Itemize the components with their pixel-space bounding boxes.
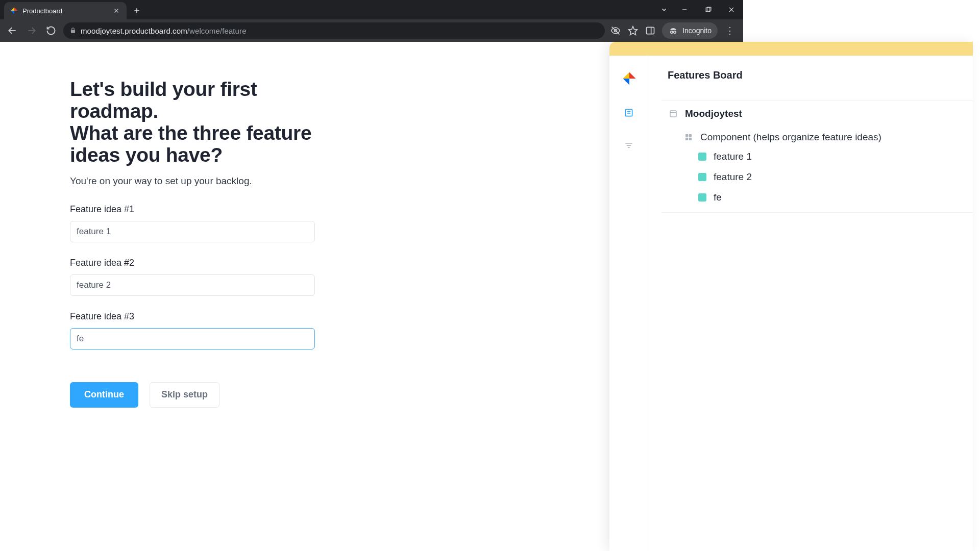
url-path: /welcome/feature — [187, 27, 247, 35]
feature-list: feature 1 feature 2 fe — [662, 148, 743, 212]
lock-icon — [69, 27, 77, 34]
feature-name: fe — [714, 192, 722, 203]
board-icon[interactable] — [624, 108, 635, 119]
feature-chip-icon — [698, 153, 706, 161]
project-name: Moodjoytest — [685, 108, 742, 119]
preview-main: Features Board Moodjoytest Component (he… — [649, 56, 743, 416]
side-panel-icon[interactable] — [645, 25, 656, 36]
svg-rect-18 — [647, 27, 654, 34]
reload-button[interactable] — [44, 23, 58, 38]
label-feature-2: Feature idea #2 — [70, 258, 324, 268]
svg-rect-34 — [685, 134, 688, 137]
svg-marker-0 — [11, 7, 14, 11]
window-maximize-button[interactable] — [696, 2, 720, 18]
preview-body: Features Board Moodjoytest Component (he… — [609, 56, 743, 416]
productboard-favicon-icon — [10, 7, 18, 15]
feature-chip-icon — [698, 193, 706, 202]
input-feature-1[interactable] — [70, 221, 315, 242]
close-tab-icon[interactable] — [112, 7, 120, 15]
address-bar[interactable]: moodjoytest.productboard.com/welcome/fea… — [63, 22, 605, 39]
feature-name: feature 2 — [714, 171, 743, 183]
field-feature-3: Feature idea #3 — [70, 311, 324, 349]
page-heading: Let's build your first roadmap. What are… — [70, 79, 324, 166]
feature-chip-icon — [698, 173, 706, 181]
tab-title: Productboard — [22, 7, 108, 15]
component-row[interactable]: Component (helps organize feature ideas) — [662, 127, 743, 148]
field-feature-2: Feature idea #2 — [70, 258, 324, 296]
feature-item[interactable]: fe — [698, 192, 743, 203]
svg-rect-35 — [689, 134, 692, 137]
browser-toolbar: moodjoytest.productboard.com/welcome/fea… — [0, 19, 743, 42]
preview-accent-bar — [609, 42, 743, 56]
label-feature-1: Feature idea #1 — [70, 204, 324, 215]
svg-point-21 — [674, 31, 676, 34]
svg-point-20 — [671, 31, 673, 34]
svg-marker-23 — [623, 72, 629, 79]
forward-button[interactable] — [24, 23, 39, 38]
window-close-button[interactable] — [720, 2, 743, 18]
filter-lines-icon[interactable] — [624, 140, 635, 152]
browser-chrome: Productboard — [0, 0, 743, 42]
svg-marker-1 — [14, 7, 18, 11]
input-feature-2[interactable] — [70, 274, 315, 296]
svg-marker-24 — [629, 72, 636, 79]
page-viewport: Let's build your first roadmap. What are… — [0, 42, 743, 416]
toolbar-right-icons: Incognito ⋮ — [610, 22, 738, 39]
url-text: moodjoytest.productboard.com/welcome/fea… — [81, 27, 247, 35]
window-controls — [655, 0, 743, 19]
tab-search-icon[interactable] — [655, 2, 673, 18]
component-label: Component (helps organize feature ideas) — [700, 132, 743, 143]
heading-line-1: Let's build your first roadmap. — [70, 78, 257, 122]
input-feature-3[interactable] — [70, 328, 315, 349]
svg-rect-14 — [71, 30, 75, 33]
feature-item[interactable]: feature 1 — [698, 151, 743, 162]
incognito-label: Incognito — [682, 27, 712, 35]
svg-rect-36 — [685, 138, 688, 140]
tab-strip: Productboard — [0, 0, 743, 19]
board-card: Moodjoytest Component (helps organize fe… — [662, 101, 743, 213]
preview-title: Features Board — [649, 56, 743, 81]
new-tab-button[interactable] — [130, 4, 144, 18]
field-feature-1: Feature idea #1 — [70, 204, 324, 242]
onboarding-form: Let's build your first roadmap. What are… — [0, 42, 373, 416]
feature-item[interactable]: feature 2 — [698, 171, 743, 183]
svg-rect-37 — [689, 138, 692, 140]
browser-tab[interactable]: Productboard — [4, 2, 127, 19]
svg-marker-2 — [11, 11, 14, 14]
project-row[interactable]: Moodjoytest — [662, 101, 743, 127]
page-subtext: You're on your way to set up your backlo… — [70, 176, 324, 187]
feature-name: feature 1 — [714, 151, 743, 162]
url-host: moodjoytest.productboard.com — [81, 27, 187, 35]
continue-button[interactable]: Continue — [70, 382, 138, 408]
eye-off-icon[interactable] — [610, 25, 621, 36]
component-icon — [684, 133, 693, 142]
back-button[interactable] — [5, 23, 19, 38]
preview-rail — [609, 56, 649, 416]
svg-marker-25 — [623, 79, 629, 85]
heading-line-2: What are the three feature ideas you hav… — [70, 122, 311, 166]
button-row: Continue Skip setup — [70, 382, 324, 408]
productboard-logo-icon — [622, 71, 637, 86]
svg-marker-17 — [629, 27, 638, 35]
window-minimize-button[interactable] — [673, 2, 696, 18]
svg-rect-32 — [670, 111, 676, 117]
project-icon — [669, 109, 678, 118]
skip-setup-button[interactable]: Skip setup — [150, 382, 219, 408]
incognito-icon — [668, 26, 678, 36]
kebab-menu-icon[interactable]: ⋮ — [724, 25, 736, 36]
label-feature-3: Feature idea #3 — [70, 311, 324, 322]
incognito-chip[interactable]: Incognito — [662, 22, 718, 39]
preview-panel: Features Board Moodjoytest Component (he… — [609, 42, 743, 416]
star-icon[interactable] — [627, 25, 639, 36]
